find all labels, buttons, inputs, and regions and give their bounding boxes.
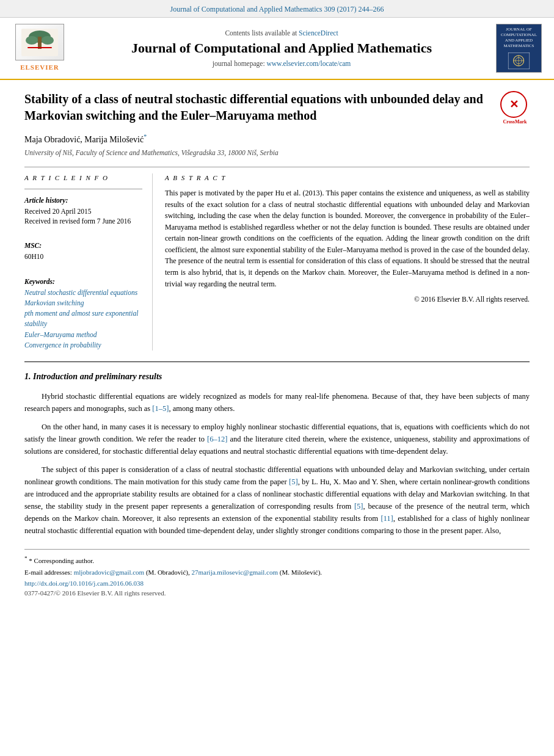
msc-label: MSC: xyxy=(24,241,142,250)
keywords-list: Neutral stochastic differential equation… xyxy=(24,288,142,351)
abstract-title: A B S T R A C T xyxy=(165,173,530,183)
section-divider xyxy=(24,362,530,362)
svg-point-4 xyxy=(42,36,54,45)
history-label: Article history: xyxy=(24,195,142,205)
header-divider xyxy=(24,167,530,167)
ref-5b[interactable]: [5] xyxy=(354,502,363,511)
footnote-area: * * Corresponding author. E-mail address… xyxy=(24,549,530,598)
homepage-link[interactable]: www.elsevier.com/locate/cam xyxy=(266,60,351,67)
doi-link[interactable]: http://dx.doi.org/10.1016/j.cam.2016.06.… xyxy=(24,579,530,588)
revised-date: Received in revised form 7 June 2016 xyxy=(24,216,142,226)
authors: Maja Obradović, Marija Milošević* xyxy=(24,133,530,145)
journal-logo-box: JOURNAL OF COMPUTATIONAL AND APPLIED MAT… xyxy=(496,24,542,73)
keyword-1: Neutral stochastic differential equation… xyxy=(24,288,142,298)
email2-link[interactable]: 27marija.milosevic@gmail.com xyxy=(191,569,278,576)
article-info: A R T I C L E I N F O Article history: R… xyxy=(24,173,153,351)
section1-title: 1. Introduction and preliminary results xyxy=(24,371,530,383)
doi-anchor[interactable]: http://dx.doi.org/10.1016/j.cam.2016.06.… xyxy=(24,580,144,587)
svg-point-3 xyxy=(26,36,38,45)
ref-11[interactable]: [11] xyxy=(381,514,393,523)
email-footnote: E-mail addresses: mljobradovic@gmail.com… xyxy=(24,567,530,578)
abstract-text: This paper is motivated by the paper Hu … xyxy=(165,187,530,289)
svg-rect-5 xyxy=(27,47,52,48)
elsevier-logo-box xyxy=(15,24,64,60)
crossmark-logo: ✕ CrossMark xyxy=(500,91,530,120)
keyword-2: Markovian switching xyxy=(24,298,142,308)
section1-para1: Hybrid stochastic differential equations… xyxy=(24,390,530,415)
main-content: Stability of a class of neutral stochast… xyxy=(0,80,554,610)
elsevier-text: ELSEVIER xyxy=(20,63,59,72)
email1-link[interactable]: mljobradovic@gmail.com xyxy=(74,569,145,576)
article-info-title: A R T I C L E I N F O xyxy=(24,173,142,183)
info-divider xyxy=(24,189,142,189)
section1-para2: On the other hand, in many cases it is n… xyxy=(24,421,530,457)
issn-line: 0377-0427/© 2016 Elsevier B.V. All right… xyxy=(24,589,530,598)
keywords-label: Keywords: xyxy=(24,277,142,286)
top-bar: Journal of Computational and Applied Mat… xyxy=(0,0,554,18)
keyword-5: Convergence in probability xyxy=(24,340,142,351)
copyright: © 2016 Elsevier B.V. All rights reserved… xyxy=(165,294,530,304)
msc-code: 60H10 xyxy=(24,252,142,261)
keyword-3: pth moment and almost sure exponential s… xyxy=(24,308,142,330)
journal-citation-link[interactable]: Journal of Computational and Applied Mat… xyxy=(170,5,384,13)
ref-6-12[interactable]: [6–12] xyxy=(207,435,227,443)
corresponding-star: * xyxy=(144,133,147,140)
affiliation: University of Niš, Faculty of Science an… xyxy=(24,148,530,158)
abstract-column: A B S T R A C T This paper is motivated … xyxy=(165,173,530,351)
two-column-section: A R T I C L E I N F O Article history: R… xyxy=(24,173,530,351)
contents-line: Contents lists available at ScienceDirec… xyxy=(73,28,490,38)
sciencedirect-link[interactable]: ScienceDirect xyxy=(299,29,338,37)
section1-para3: The subject of this paper is considerati… xyxy=(24,463,530,537)
journal-title: Journal of Computational and Applied Mat… xyxy=(73,40,490,56)
journal-logo-text: JOURNAL OF COMPUTATIONAL AND APPLIED MAT… xyxy=(499,27,539,49)
journal-homepage: journal homepage: www.elsevier.com/locat… xyxy=(73,59,490,68)
ref-5[interactable]: [5] xyxy=(289,478,298,486)
keyword-4: Euler–Maruyama method xyxy=(24,330,142,340)
journal-header: ELSEVIER Contents lists available at Sci… xyxy=(0,18,554,80)
corresponding-author-note: * * Corresponding author. xyxy=(24,554,530,565)
elsevier-logo: ELSEVIER xyxy=(12,24,67,72)
paper-title-container: Stability of a class of neutral stochast… xyxy=(24,91,530,124)
ref-1-5[interactable]: [1–5] xyxy=(152,404,169,413)
received-date: Received 20 April 2015 xyxy=(24,206,142,216)
journal-header-center: Contents lists available at ScienceDirec… xyxy=(73,28,490,69)
crossmark-label: CrossMark xyxy=(500,119,530,126)
paper-title: Stability of a class of neutral stochast… xyxy=(24,92,483,122)
author-names: Maja Obradović, Marija Milošević xyxy=(24,135,144,144)
